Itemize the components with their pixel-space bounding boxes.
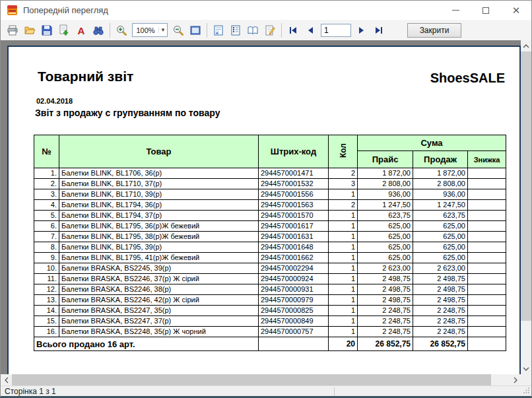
preview-area: Товарний звіт ShoesSALE 02.04.2018 Звіт … <box>1 40 531 374</box>
cell-num: 2. <box>34 179 59 189</box>
horizontal-scroll-track[interactable] <box>12 374 510 385</box>
scroll-down-button[interactable] <box>521 363 531 374</box>
cell-qty: 2 <box>329 200 358 211</box>
open-button[interactable] <box>22 22 38 38</box>
cell-discount <box>468 295 506 306</box>
cell-qty: 1 <box>329 253 358 263</box>
cell-num: 13. <box>34 295 59 306</box>
window-controls: ✕ <box>440 1 531 20</box>
close-window-button[interactable]: ✕ <box>501 1 531 20</box>
cell-discount <box>468 179 506 189</box>
cell-product: Балетки BRASKA, BS2246, 38(р) <box>59 284 259 295</box>
next-page-icon <box>356 25 367 36</box>
table-row: 5.Балетки BLINK, BL1794, 37(р)2944570001… <box>34 211 506 221</box>
minimize-icon <box>452 10 459 11</box>
cell-sale: 2 498,75 <box>413 284 468 295</box>
cell-num: 9. <box>34 253 59 263</box>
minimize-button[interactable] <box>440 1 471 20</box>
cell-barcode: 2944570001563 <box>259 200 329 211</box>
prev-page-button[interactable] <box>302 22 318 38</box>
cell-product: Балетки BRASKA, BS2248, 35(р) Ж чорний <box>59 327 259 337</box>
table-row: 13.Балетки BRASKA, BS2246, 42(р) Ж сірий… <box>34 295 506 306</box>
next-page-button[interactable] <box>354 22 370 38</box>
print-button[interactable] <box>5 22 20 38</box>
cell-price: 1 872,00 <box>358 168 413 179</box>
zoom-out-icon <box>172 24 184 36</box>
statusbar-divider <box>334 387 335 396</box>
table-row: 3.Балетки BLINK, BL1710, 39(р)2944570001… <box>34 189 506 200</box>
cell-discount <box>468 189 506 200</box>
cell-price: 625,00 <box>358 221 413 232</box>
cell-barcode: 2944570000979 <box>259 295 329 306</box>
table-row: 11.Балетки BRASKA, BS2246, 37(р) Ж сірий… <box>34 274 506 284</box>
cell-num: 6. <box>34 221 59 232</box>
cell-price: 2 498,75 <box>358 284 413 295</box>
cell-sale: 2 498,75 <box>413 274 468 284</box>
zoom-out-button[interactable] <box>170 22 186 38</box>
toolbar-separator <box>207 23 207 38</box>
header-product: Товар <box>59 135 259 168</box>
header-num: № <box>34 135 59 168</box>
pdf-icon: A <box>75 24 87 36</box>
resize-grip-icon[interactable] <box>523 386 530 395</box>
cell-num: 5. <box>34 211 59 221</box>
cell-price: 936,00 <box>358 189 413 200</box>
cell-num: 4. <box>34 200 59 211</box>
outline-button[interactable] <box>228 22 244 38</box>
cell-discount <box>468 221 506 232</box>
cell-price: 2 248,75 <box>358 316 413 327</box>
last-page-button[interactable] <box>371 22 387 38</box>
export-pdf-button[interactable]: A <box>73 22 89 38</box>
window-title: Попередній перегляд <box>23 5 108 15</box>
thumbnails-button[interactable] <box>245 22 261 38</box>
scroll-left-button[interactable] <box>1 374 12 385</box>
horizontal-scroll-thumb[interactable] <box>12 374 491 385</box>
cell-qty: 1 <box>329 221 358 232</box>
report-title: Товарний звіт <box>38 69 133 84</box>
cell-qty: 2 <box>329 168 358 179</box>
open-folder-icon <box>24 24 36 36</box>
page-settings-button[interactable] <box>211 22 226 38</box>
vertical-scroll-thumb[interactable] <box>521 51 531 321</box>
page-number-input[interactable] <box>321 24 351 37</box>
cell-sale: 2 498,75 <box>413 295 468 306</box>
cell-barcode: 2944570000849 <box>259 316 329 327</box>
header-barcode: Штрих-код <box>259 135 329 168</box>
cell-barcode: 2944570001617 <box>259 221 329 232</box>
scroll-right-button[interactable] <box>510 374 521 385</box>
table-row: 7.Балетки BLINK, BL1795, 38(р)Ж бежевий2… <box>34 232 506 242</box>
zoom-in-button[interactable] <box>114 22 129 38</box>
cell-sale: 2 248,75 <box>413 306 468 316</box>
zoom-select[interactable]: 100% ▼ <box>132 23 168 37</box>
outline-icon <box>230 24 242 36</box>
cell-sale: 625,00 <box>413 221 468 232</box>
table-row: 8.Балетки BLINK, BL1795, 39(р)2944570001… <box>34 242 506 253</box>
close-button[interactable]: Закрити <box>407 23 461 38</box>
whole-page-icon <box>189 24 201 36</box>
header-price: Прайс <box>358 151 413 168</box>
cell-qty: 1 <box>329 284 358 295</box>
page-status: Сторінка 1 з 1 <box>5 387 56 396</box>
whole-page-button[interactable] <box>187 22 203 38</box>
save-button[interactable] <box>39 22 55 38</box>
cell-sale: 625,00 <box>413 242 468 253</box>
scroll-up-button[interactable] <box>521 40 531 51</box>
total-row: Всього продано 16 арт. 20 26 852,75 26 8… <box>34 337 506 351</box>
preview-window: Попередній перегляд ✕ <box>0 0 532 398</box>
first-page-button[interactable] <box>285 22 301 38</box>
cell-sale: 2 808,00 <box>413 179 468 189</box>
cell-discount <box>468 306 506 316</box>
maximize-button[interactable] <box>471 1 501 20</box>
zoom-value: 100% <box>133 26 158 34</box>
find-button[interactable] <box>90 22 106 38</box>
cell-num: 16. <box>34 327 59 337</box>
last-page-icon <box>374 25 384 36</box>
horizontal-scrollbar[interactable] <box>1 374 531 385</box>
cell-product: Балетки BLINK, BL1794, 37(р) <box>59 211 259 221</box>
vertical-scrollbar[interactable] <box>521 40 531 374</box>
header-qty: Кол <box>329 135 358 168</box>
export-button[interactable] <box>56 22 72 38</box>
header-sale: Продаж <box>413 151 468 168</box>
cell-barcode: 2944570001471 <box>259 168 329 179</box>
edit-page-button[interactable] <box>262 22 278 38</box>
